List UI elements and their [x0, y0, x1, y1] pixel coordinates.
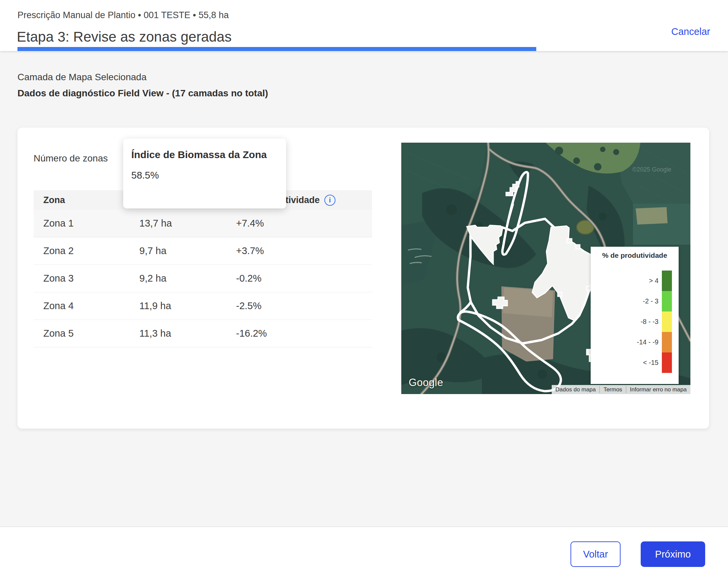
zone-name: Zona 5: [33, 328, 139, 339]
next-button[interactable]: Próximo: [641, 542, 705, 567]
zone-name: Zona 4: [33, 300, 139, 312]
table-row[interactable]: Zona 3 9,2 ha -0.2%: [33, 265, 372, 292]
back-button[interactable]: Voltar: [571, 542, 621, 567]
zone-productivity: -2.5%: [236, 300, 372, 312]
selected-layer-value: Dados de diagnóstico Field View - (17 ca…: [18, 88, 268, 99]
legend-label: < -15: [643, 359, 658, 367]
table-row[interactable]: Zona 5 11,3 ha -16.2%: [33, 320, 372, 347]
step-progress-bar: [18, 47, 728, 51]
legend-label: -8 - -3: [641, 318, 658, 325]
map-watermark: ©2025 Google: [632, 166, 671, 173]
biomass-tooltip-value: 58.5%: [131, 170, 278, 181]
map-data-link[interactable]: Dados do mapa: [552, 385, 599, 394]
field-map[interactable]: ©2025 Google Google % de produtividade >…: [401, 143, 691, 394]
zone-area: 11,9 ha: [139, 300, 236, 312]
zone-name: Zona 3: [33, 273, 139, 284]
report-map-error-link[interactable]: Informar erro no mapa: [626, 385, 691, 394]
biomass-tooltip: Índice de Biomassa da Zona 58.5%: [123, 139, 286, 208]
legend-swatch: [662, 332, 672, 352]
legend-label: > 4: [649, 277, 658, 285]
page-header: Prescrição Manual de Plantio • 001 TESTE…: [0, 0, 728, 51]
legend-swatch: [662, 312, 672, 332]
legend-label: -2 - 3: [643, 297, 658, 305]
productivity-info-icon[interactable]: i: [324, 195, 335, 206]
zones-count-label: Número de zonas: [33, 153, 108, 164]
zone-name: Zona 1: [33, 218, 139, 229]
breadcrumb: Prescrição Manual de Plantio • 001 TESTE…: [18, 10, 229, 21]
legend-title: % de produtividade: [591, 252, 679, 260]
legend-swatch: [662, 270, 672, 291]
zones-table: Zona % de produtividade i Zona 1 13,7 ha…: [33, 190, 372, 347]
legend-swatch: [662, 291, 672, 312]
legend-row: -8 - -3: [637, 312, 672, 332]
biomass-tooltip-title: Índice de Biomassa da Zona: [131, 147, 278, 162]
zone-productivity: -0.2%: [236, 273, 372, 284]
legend-row: -14 - -9: [637, 332, 672, 352]
zone-name: Zona 2: [33, 245, 139, 257]
table-row[interactable]: Zona 2 9,7 ha +3.7%: [33, 237, 372, 265]
legend-row: > 4: [637, 270, 672, 291]
step-progress-fill: [18, 47, 536, 51]
page-title: Etapa 3: Revise as zonas geradas: [17, 29, 232, 45]
table-row[interactable]: Zona 1 13,7 ha +7.4%: [33, 210, 372, 237]
cancel-link[interactable]: Cancelar: [671, 26, 710, 37]
legend-swatch: [662, 352, 672, 373]
map-legend: % de produtividade > 4 -2 - 3 -8 - -3 -1…: [591, 247, 679, 384]
zone-productivity: -16.2%: [236, 328, 372, 339]
zones-review-card: Número de zonas Zona % de produtividade …: [18, 128, 709, 429]
selected-layer-label: Camada de Mapa Selecionada: [18, 72, 147, 83]
map-attribution: Dados do mapa Termos Informar erro no ma…: [552, 385, 691, 394]
zone-area: 13,7 ha: [139, 218, 236, 229]
google-logo[interactable]: Google: [409, 376, 443, 389]
zone-area: 9,7 ha: [139, 245, 236, 257]
legend-label: -14 - -9: [637, 338, 658, 346]
table-row[interactable]: Zona 4 11,9 ha -2.5%: [33, 292, 372, 320]
zone-productivity: +3.7%: [236, 245, 372, 257]
zone-productivity: +7.4%: [236, 218, 372, 229]
zone-area: 11,3 ha: [139, 328, 236, 339]
legend-row: -2 - 3: [637, 291, 672, 312]
footer-bar: Voltar Próximo: [0, 527, 728, 578]
legend-row: < -15: [637, 352, 672, 373]
terms-link[interactable]: Termos: [600, 385, 626, 394]
zone-area: 9,2 ha: [139, 273, 236, 284]
